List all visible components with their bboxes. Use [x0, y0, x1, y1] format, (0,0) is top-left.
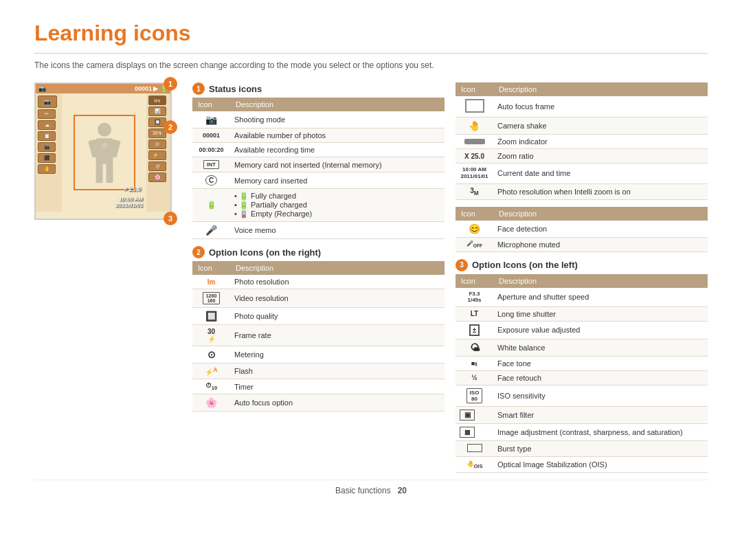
desc-cell: Microphone muted: [493, 237, 708, 251]
desc-cell: Camera shake: [493, 117, 708, 135]
icon-cell: X 25.0: [456, 149, 493, 164]
table-row: ½ Face retouch: [456, 370, 708, 385]
camera-top-bar: 📷 00001 ▶ 🔋: [36, 84, 170, 93]
footer-text: Basic functions 20: [335, 486, 407, 495]
option-right-title: 2 Option Icons (on the right): [192, 246, 445, 258]
table-row: INT Memory card not inserted (Internal m…: [192, 157, 445, 172]
desc-cell: Photo quality: [230, 308, 445, 325]
table-row: ■₂ Face tone: [456, 356, 708, 370]
icon-cell: 🤚OIS: [456, 456, 493, 472]
table-row: Burst type: [456, 440, 708, 456]
desc-cell: Optical Image Stabilization (OIS): [493, 456, 708, 472]
main-icons-table: Icon Description Auto focus frame 🤚: [456, 82, 708, 200]
status-icons-table: Icon Description 📷 Shooting mode 00001: [192, 98, 445, 239]
icon-cell: 🌸: [192, 394, 230, 412]
status-badge-1: 1: [192, 82, 205, 95]
option-left-badge: 3: [456, 259, 468, 271]
icon-cell: ⊙: [192, 346, 230, 363]
table-row: 1280160 Video resolution: [192, 289, 445, 308]
table-row: ISO80 ISO sensitivity: [456, 385, 708, 406]
desc-cell: Available recording time: [230, 143, 445, 157]
table-row: 30⚡ Frame rate: [192, 325, 445, 346]
table-row: ⏱10 Timer: [192, 379, 445, 394]
icon-cell: 🔲: [192, 308, 230, 325]
icon-cell: 🤚: [456, 117, 493, 135]
desc-cell: Memory card inserted: [230, 172, 445, 189]
option-right-badge: 2: [192, 246, 205, 258]
badge-3: 3: [164, 212, 177, 225]
col-2: Icon Description Auto focus frame 🤚: [456, 82, 708, 473]
icon-cell: ▦: [456, 423, 493, 440]
icon-cell: LT: [456, 306, 493, 321]
desc-cell: ISO sensitivity: [493, 385, 708, 406]
table-row: 🎤OFF Microphone muted: [456, 237, 708, 251]
cam-right-icons: Im 📊 🔲 30↯ ⊙ ⚡A ⏱ 🌸: [146, 93, 170, 212]
table-row: 🌤 White balance: [456, 339, 708, 356]
icon-cell: ±: [456, 321, 493, 339]
icon-cell: 00001: [192, 128, 230, 143]
desc-cell: Image adjustment (contrast, sharpness, a…: [493, 423, 708, 440]
desc-cell: Zoom indicator: [493, 135, 708, 149]
table-row: ▦ Image adjustment (contrast, sharpness,…: [456, 423, 708, 440]
battery-list: 🔋 Fully charged 🔋 Partially charged 🪫 Em…: [234, 192, 440, 219]
desc-cell: Shooting mode: [230, 111, 445, 128]
list-item: 🔋 Fully charged: [234, 192, 440, 201]
desc-cell: Timer: [230, 379, 445, 394]
table-row: 🔋 🔋 Fully charged 🔋 Partially charged 🪫 …: [192, 189, 445, 222]
badge-2: 2: [164, 120, 177, 134]
tables-area: 1 Status icons Icon Description 📷: [192, 82, 708, 473]
icon-cell: 🎤OFF: [456, 237, 493, 251]
option-left-title: 3 Option Icons (on the left): [456, 259, 708, 271]
camera-screen: 📷 00001 ▶ 🔋 📷 ✂ ☁ 📋 🎬 ⬛ 🤚: [34, 82, 172, 220]
icon-cell: INT: [192, 157, 230, 172]
table-row: ⊙ Metering: [192, 346, 445, 363]
desc-cell: Photo resolution when Intelli zoom is on: [493, 183, 708, 199]
desc-cell: Smart filter: [493, 406, 708, 423]
table-row: Zoom indicator: [456, 135, 708, 149]
desc-cell: 🔋 Fully charged 🔋 Partially charged 🪫 Em…: [230, 189, 445, 222]
table-row: F3.31/45s Aperture and shutter speed: [456, 288, 708, 307]
icon-cell: Im: [192, 275, 230, 289]
main-content: 📷 00001 ▶ 🔋 📷 ✂ ☁ 📋 🎬 ⬛ 🤚: [34, 82, 708, 473]
icon-cell: 10:00 AM2011/01/01: [456, 164, 493, 184]
table-row: 🔲 Photo quality: [192, 308, 445, 325]
icon-cell: ½: [456, 370, 493, 385]
table-row: 🤚OIS Optical Image Stabilization (OIS): [456, 456, 708, 472]
desc-cell: Metering: [230, 346, 445, 363]
option-right-table: Icon Description Im Photo resolution 128…: [192, 261, 445, 412]
desc-cell: Available number of photos: [230, 128, 445, 143]
status-icons-section: 1 Status icons Icon Description 📷: [192, 82, 445, 239]
desc-cell: Exposure value adjusted: [493, 321, 708, 339]
icon-cell: 🎤: [192, 222, 230, 239]
icon-cell: 😊: [456, 221, 493, 238]
camera-diagram: 📷 00001 ▶ 🔋 📷 ✂ ☁ 📋 🎬 ⬛ 🤚: [34, 82, 179, 473]
col-desc: Description: [493, 82, 708, 96]
option-left-section: 3 Option Icons (on the left) Icon Descri…: [456, 259, 708, 473]
status-col-icon: Icon: [192, 98, 230, 111]
option-right-section: 2 Option Icons (on the right) Icon Descr…: [192, 246, 445, 412]
col-1: 1 Status icons Icon Description 📷: [192, 82, 445, 473]
footer: Basic functions 20: [34, 480, 708, 495]
table-row: Auto focus frame: [456, 96, 708, 117]
table-row: ± Exposure value adjusted: [456, 321, 708, 339]
face-table: Icon Description 😊 Face detection 🎤OFF M…: [456, 207, 708, 252]
status-icons-title: 1 Status icons: [192, 82, 445, 95]
table-row: 😊 Face detection: [456, 221, 708, 238]
table-row: X 25.0 Zoom ratio: [456, 149, 708, 164]
icon-cell: ⏱10: [192, 379, 230, 394]
icon-cell: [456, 135, 493, 149]
desc-cell: Video resolution: [230, 289, 445, 308]
list-item: 🪫 Empty (Recharge): [234, 210, 440, 219]
status-col-desc: Description: [230, 98, 445, 111]
icon-cell: 🌤: [456, 339, 493, 356]
table-row: 🌸 Auto focus option: [192, 394, 445, 412]
table-row: LT Long time shutter: [456, 306, 708, 321]
desc-cell: Current date and time: [493, 164, 708, 184]
icon-cell: F3.31/45s: [456, 288, 493, 307]
icon-cell: C: [192, 172, 230, 189]
icon-cell: [456, 440, 493, 456]
desc-cell: Memory card not inserted (Internal memor…: [230, 157, 445, 172]
icon-cell: 30⚡: [192, 325, 230, 346]
desc-cell: Burst type: [493, 440, 708, 456]
table-row: 🤚 Camera shake: [456, 117, 708, 135]
